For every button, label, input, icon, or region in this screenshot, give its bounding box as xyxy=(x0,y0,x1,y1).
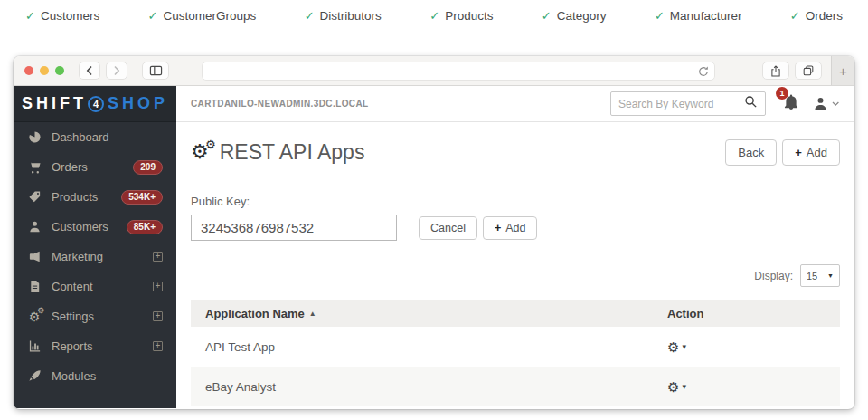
logo-badge-4: 4 xyxy=(88,96,104,112)
sidebar-item-modules[interactable]: Modules xyxy=(14,361,176,391)
public-key-label: Public Key: xyxy=(191,195,840,208)
sidebar-item-label: Modules xyxy=(52,369,96,383)
check-icon: ✓ xyxy=(790,9,800,23)
search-icon[interactable] xyxy=(744,95,758,112)
env-item-manufacturer: ✓Manufacturer xyxy=(655,9,741,23)
env-item-label: CustomerGroups xyxy=(163,9,256,23)
expand-icon: + xyxy=(153,341,163,351)
sidebar-item-customers[interactable]: Customers 85K+ xyxy=(14,212,176,242)
share-button[interactable] xyxy=(762,62,789,80)
table-header-row: Application Name ▲ Action xyxy=(191,300,840,327)
dashboard-icon xyxy=(27,130,42,145)
refresh-icon xyxy=(697,65,710,78)
page-title: REST API Apps xyxy=(220,140,365,165)
back-page-button[interactable]: Back xyxy=(725,139,777,166)
tabs-overview-button[interactable] xyxy=(795,62,822,80)
check-icon: ✓ xyxy=(429,9,439,23)
env-item-customergroups: ✓CustomerGroups xyxy=(148,9,257,23)
sidebar-item-dashboard[interactable]: Dashboard xyxy=(14,122,176,152)
add-app-button[interactable]: + Add xyxy=(782,139,840,166)
env-item-customers: ✓Customers xyxy=(25,9,99,23)
back-button[interactable] xyxy=(79,62,100,80)
main-panel: ⚙⚙ REST API Apps Back + Add Public Key: xyxy=(176,122,854,406)
env-item-label: Category xyxy=(557,9,607,23)
env-item-label: Manufacturer xyxy=(670,9,742,23)
sidebar-item-label: Orders xyxy=(52,160,88,174)
zoom-window-button[interactable] xyxy=(55,66,64,75)
sidebar-item-products[interactable]: Products 534K+ xyxy=(14,182,176,212)
keyword-search-box xyxy=(610,91,766,116)
document-icon xyxy=(27,280,42,294)
logo-text-shop: SHOP xyxy=(108,94,168,113)
user-icon xyxy=(813,96,828,111)
display-label: Display: xyxy=(754,270,793,282)
plus-icon: + xyxy=(839,63,847,79)
user-menu-button[interactable] xyxy=(813,96,840,111)
display-control-row: Display: 15 ▼ xyxy=(191,264,840,287)
chevron-down-icon xyxy=(832,101,840,107)
share-icon xyxy=(769,64,782,78)
env-item-label: Orders xyxy=(806,9,843,23)
sidebar-item-orders[interactable]: Orders 209 xyxy=(14,152,176,182)
new-tab-button[interactable]: + xyxy=(831,56,854,85)
minimize-window-button[interactable] xyxy=(40,66,49,75)
environment-check-bar: ✓Customers ✓CustomerGroups ✓Distributors… xyxy=(0,9,868,23)
row-actions-dropdown[interactable]: ⚙ ▾ xyxy=(667,340,686,354)
megaphone-icon xyxy=(27,250,42,264)
sidebar-item-reports[interactable]: Reports + xyxy=(14,331,176,361)
env-item-category: ✓Category xyxy=(542,9,607,23)
chevron-right-icon xyxy=(111,64,122,77)
app-name-cell: API Test App xyxy=(205,340,667,354)
forward-button[interactable] xyxy=(106,62,127,80)
row-actions-dropdown[interactable]: ⚙ ▾ xyxy=(667,380,686,394)
content-area: CARTDANILO-NEWADMIN.3DC.LOCAL 1 xyxy=(176,86,854,408)
public-key-input[interactable] xyxy=(191,215,397,241)
sidebar-toggle-button[interactable] xyxy=(142,62,169,80)
check-icon: ✓ xyxy=(542,9,552,23)
sidebar-item-label: Content xyxy=(52,280,93,293)
select-value: 15 xyxy=(807,271,817,282)
shift4shop-logo: SHIFT 4 SHOP xyxy=(14,86,176,122)
expand-icon: + xyxy=(153,252,163,262)
window-controls xyxy=(24,66,64,75)
column-header-application-name[interactable]: Application Name ▲ xyxy=(205,307,667,320)
caret-down-icon: ▾ xyxy=(682,342,686,351)
gears-icon: ⚙⚙ xyxy=(191,141,209,163)
plus-icon: + xyxy=(795,146,802,159)
sort-asc-icon: ▲ xyxy=(309,310,316,318)
bar-chart-icon xyxy=(27,339,42,354)
check-icon: ✓ xyxy=(655,9,665,23)
display-count-select[interactable]: 15 ▼ xyxy=(800,264,840,287)
check-icon: ✓ xyxy=(148,9,158,23)
sidebar-item-content[interactable]: Content + xyxy=(14,272,176,301)
sidebar-item-label: Products xyxy=(52,190,98,204)
header-buttons: Back + Add xyxy=(725,139,840,166)
gears-icon: ⚙⚙ xyxy=(27,310,42,324)
confirm-add-button[interactable]: + Add xyxy=(483,216,538,240)
table-row: eBay Analyst ⚙ ▾ xyxy=(191,367,840,406)
products-count-badge: 534K+ xyxy=(121,190,163,205)
gear-icon: ⚙ xyxy=(667,340,679,354)
caret-down-icon: ▾ xyxy=(682,382,686,391)
sidebar-item-label: Customers xyxy=(52,220,108,234)
person-icon xyxy=(27,220,42,234)
sidebar-item-settings[interactable]: ⚙⚙ Settings + xyxy=(14,301,176,331)
orders-count-badge: 209 xyxy=(133,160,163,175)
notifications-button[interactable]: 1 xyxy=(783,94,799,114)
refresh-button[interactable] xyxy=(697,65,710,81)
tabs-icon xyxy=(802,64,815,77)
customers-count-badge: 85K+ xyxy=(127,220,163,234)
admin-topbar: CARTDANILO-NEWADMIN.3DC.LOCAL 1 xyxy=(176,86,854,122)
sidebar-item-marketing[interactable]: Marketing + xyxy=(14,242,176,272)
select-caret-icon: ▼ xyxy=(827,272,834,279)
address-bar[interactable] xyxy=(202,62,715,81)
sidebar-item-label: Dashboard xyxy=(52,130,109,144)
api-apps-table: Application Name ▲ Action API Test App ⚙ xyxy=(191,300,840,406)
public-key-form-row: Cancel + Add xyxy=(191,215,840,241)
close-window-button[interactable] xyxy=(24,66,33,75)
check-icon: ✓ xyxy=(25,9,35,23)
logo-text-shift: SHIFT xyxy=(22,94,87,113)
cancel-button[interactable]: Cancel xyxy=(419,216,477,240)
search-input[interactable] xyxy=(618,98,744,110)
tags-icon xyxy=(27,190,42,205)
